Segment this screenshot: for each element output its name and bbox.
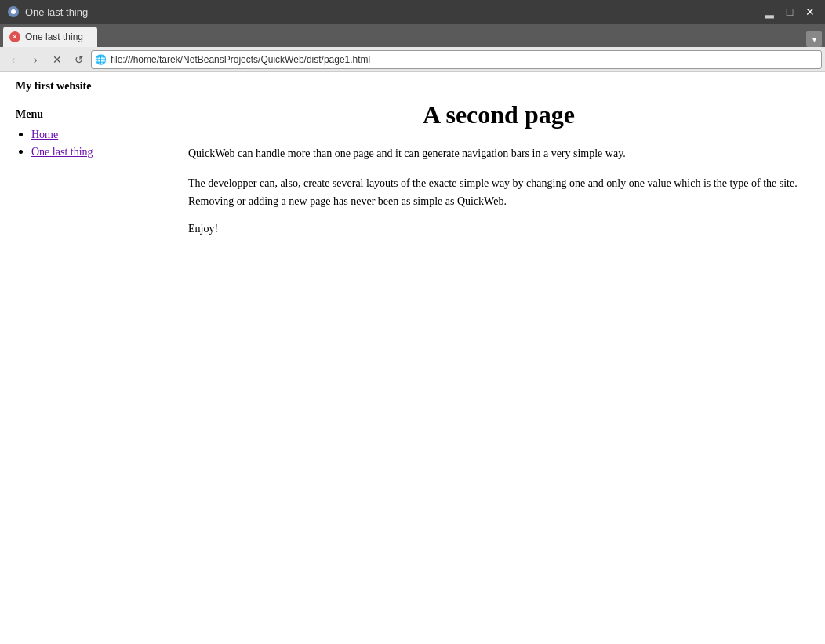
site-title: My first website	[16, 80, 809, 93]
close-button[interactable]: ✕	[801, 3, 819, 20]
title-bar: One last thing ▂ □ ✕	[0, 0, 825, 24]
paragraph-1: QuickWeb can handle more than one page a…	[188, 145, 809, 162]
window-controls: ▂ □ ✕	[761, 3, 819, 20]
stop-button[interactable]: ✕	[47, 49, 67, 70]
paragraph-2: The developper can, also, create several…	[188, 175, 809, 210]
app-icon	[6, 5, 20, 19]
browser-content: My first website Menu Home One last thin…	[0, 72, 825, 644]
tab-bar: ✕ One last thing ▾	[0, 24, 825, 47]
title-bar-left: One last thing	[6, 5, 88, 19]
enjoy-text: Enjoy!	[188, 223, 809, 235]
back-button[interactable]: ‹	[3, 49, 24, 70]
navigation-bar: ‹ › ✕ ↺ 🌐 file:///home/tarek/NetBeansPro…	[0, 47, 825, 72]
sidebar: Menu Home One last thing	[16, 100, 173, 235]
page-wrapper: My first website Menu Home One last thin…	[0, 72, 825, 243]
tab-close-button[interactable]: ✕	[9, 31, 20, 42]
address-text: file:///home/tarek/NetBeansProjects/Quic…	[111, 54, 370, 65]
list-item: One last thing	[31, 144, 173, 158]
svg-point-1	[11, 9, 16, 14]
menu-link-home[interactable]: Home	[31, 129, 58, 140]
browser-tab[interactable]: ✕ One last thing	[3, 27, 97, 47]
address-bar[interactable]: 🌐 file:///home/tarek/NetBeansProjects/Qu…	[91, 50, 822, 69]
window-title: One last thing	[25, 6, 88, 18]
maximize-button[interactable]: □	[781, 3, 798, 20]
forward-button[interactable]: ›	[25, 49, 45, 70]
page-heading: A second page	[188, 100, 809, 129]
main-content: A second page QuickWeb can handle more t…	[188, 100, 809, 235]
tab-menu-button[interactable]: ▾	[806, 31, 822, 47]
menu-link-one-last-thing[interactable]: One last thing	[31, 146, 93, 158]
list-item: Home	[31, 127, 173, 141]
menu-list: Home One last thing	[16, 127, 173, 158]
page-layout: Menu Home One last thing A second page Q…	[16, 100, 809, 235]
menu-title: Menu	[16, 108, 173, 121]
minimize-button[interactable]: ▂	[761, 3, 778, 20]
tab-label: One last thing	[25, 31, 83, 42]
reload-button[interactable]: ↺	[69, 49, 89, 70]
tab-bar-end: ▾	[806, 31, 822, 47]
address-icon: 🌐	[95, 54, 107, 65]
